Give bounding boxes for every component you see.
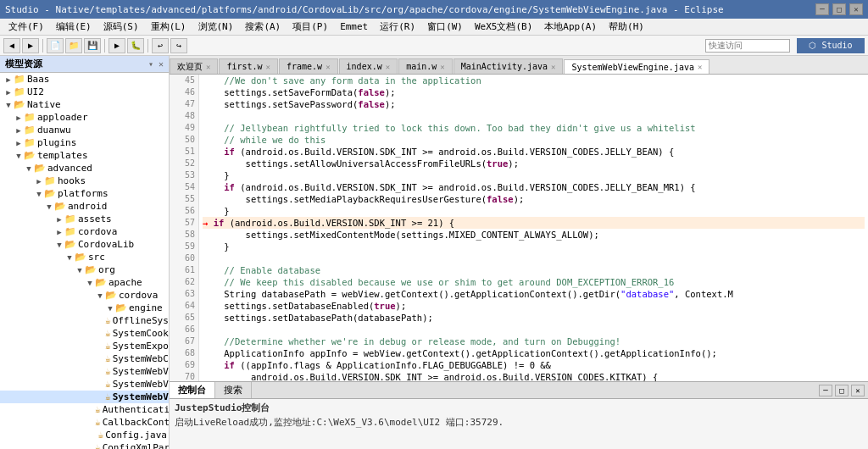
tree-item-icon: 📂 [95, 277, 107, 288]
tree-item-Native[interactable]: ▼📂Native [0, 98, 169, 111]
code-line: } [203, 169, 865, 181]
tree-item-icon: 📁 [24, 137, 36, 148]
left-panel-header: 模型资源 ▾ ✕ [0, 56, 169, 73]
menu-item[interactable]: 编辑(E) [51, 19, 97, 34]
tree-item-templates[interactable]: ▼📂templates [0, 149, 169, 162]
toolbar-btn-1[interactable]: ◀ [3, 38, 20, 53]
tree-item-Baas[interactable]: ▶📁Baas [0, 73, 169, 86]
tree-item-cordova[interactable]: ▼📂cordova [0, 289, 169, 302]
tree-item-ConfigXmlParser_java[interactable]: ☕ConfigXmlParser.java [0, 441, 169, 449]
tree-item-apache[interactable]: ▼📂apache [0, 276, 169, 289]
toolbar-btn-save[interactable]: 💾 [84, 38, 101, 53]
tree-item-SystemWebViewClient_java[interactable]: ☕SystemWebViewClient.java [0, 378, 169, 391]
tree-item-apploader[interactable]: ▶📁apploader [0, 111, 169, 124]
toolbar-btn-open[interactable]: 📁 [65, 38, 82, 53]
editor-tab-index_w[interactable]: index.w✕ [339, 58, 398, 74]
tree-item-SystemWebViewEngine_java[interactable]: ☕SystemWebViewEngine.java [0, 391, 169, 403]
line-number: 63 [173, 288, 195, 300]
menu-item[interactable]: 窗口(W) [422, 19, 468, 34]
editor-tab-SystemWebViewEngine_java[interactable]: SystemWebViewEngine.java✕ [564, 59, 709, 75]
minimize-button[interactable]: ─ [815, 3, 829, 15]
editor-tab-frame_w[interactable]: frame.w✕ [279, 58, 338, 74]
bottom-close[interactable]: ✕ [851, 385, 865, 396]
menu-item[interactable]: 运行(R) [375, 19, 420, 34]
line-number: 58 [173, 229, 195, 241]
search-input[interactable] [705, 39, 790, 53]
menu-item[interactable]: 本地App(A) [539, 19, 602, 34]
menu-item[interactable]: 源码(S) [98, 19, 144, 34]
tab-close-icon[interactable]: ✕ [386, 63, 390, 71]
tree-item-UI2[interactable]: ▶📁UI2 [0, 86, 169, 98]
tree-item-label: SystemExposedJsApi.java [113, 341, 169, 352]
tab-label: main.w [406, 62, 437, 71]
menu-item[interactable]: 搜索(A) [240, 19, 286, 34]
line-number: 69 [173, 359, 195, 371]
tree-item-assets[interactable]: ▶📁assets [0, 213, 169, 225]
tree-item-advanced[interactable]: ▼📂advanced [0, 162, 169, 175]
tree-item-hooks[interactable]: ▶📁hooks [0, 175, 169, 187]
tree-item-label: plugins [37, 137, 76, 148]
tree-toggle-icon: ▼ [24, 164, 34, 173]
tree-item-Config_java[interactable]: ☕Config.java [0, 429, 169, 441]
menu-item[interactable]: 文件(F) [3, 19, 49, 34]
tree-item-src[interactable]: ▼📂src [0, 251, 169, 263]
toolbar-btn-6[interactable]: ↪ [170, 38, 187, 53]
editor-tab-欢迎页[interactable]: 欢迎页✕ [170, 58, 218, 74]
tree-item-SystemExposedJsApi_java[interactable]: ☕SystemExposedJsApi.java [0, 340, 169, 352]
console-log: 启动LiveReload成功,监控地址:C:\WeX5_V3.6\model\U… [175, 416, 863, 429]
editor-tab-first_w[interactable]: first.w✕ [219, 58, 278, 74]
menu-item[interactable]: WeX5文档(B) [470, 19, 537, 34]
menu-item[interactable]: Emmet [335, 20, 373, 33]
tree-item-android[interactable]: ▼📂android [0, 200, 169, 213]
menu-item[interactable]: 浏览(N) [193, 19, 239, 34]
tree-item-AuthenticationToken_java[interactable]: ☕AuthenticationToken.java [0, 403, 169, 416]
maximize-button[interactable]: □ [832, 3, 846, 15]
editor-tab-MainActivity_java[interactable]: MainActivity.java✕ [453, 58, 564, 74]
tree-item-cordova[interactable]: ▶📁cordova [0, 225, 169, 238]
tree-item-SystemCookieManager_java[interactable]: ☕SystemCookieManager.java [0, 327, 169, 340]
tree-item-platforms[interactable]: ▼📂platforms [0, 187, 169, 200]
tree-item-OfflineSystemWebViewClient_java[interactable]: ☕OfflineSystemWebViewClient.java [0, 314, 169, 327]
code-line: //Determine whether we're in debug or re… [203, 335, 865, 347]
tree-toggle-icon: ▼ [75, 266, 85, 274]
toolbar-btn-5[interactable]: ↩ [152, 38, 169, 53]
line-number: 50 [173, 134, 195, 146]
line-number: 54 [173, 181, 195, 193]
bottom-minimize[interactable]: ─ [819, 385, 832, 396]
editor-tab-main_w[interactable]: main.w✕ [398, 58, 453, 74]
tree-item-icon: ☕ [105, 353, 111, 364]
menu-item[interactable]: 帮助(H) [604, 19, 649, 34]
menu-item[interactable]: 项目(P) [287, 19, 333, 34]
tab-close-icon[interactable]: ✕ [551, 63, 555, 71]
close-button[interactable]: ✕ [849, 3, 863, 15]
tab-close-icon[interactable]: ✕ [206, 63, 210, 71]
toolbar-btn-run[interactable]: ▶ [108, 38, 125, 53]
tab-close-icon[interactable]: ✕ [440, 63, 444, 71]
tree-item-CallbackContext_java[interactable]: ☕CallbackContext.java [0, 416, 169, 429]
tree-item-duanwu[interactable]: ▶📁duanwu [0, 124, 169, 136]
left-panel: 模型资源 ▾ ✕ ▶📁Baas▶📁UI2▼📂Native▶📁apploader▶… [0, 56, 170, 449]
tree-item-label: apploader [37, 112, 88, 123]
left-panel-controls[interactable]: ▾ ✕ [148, 59, 164, 69]
menu-item[interactable]: 重构(L) [146, 19, 192, 34]
tree-item-plugins[interactable]: ▶📁plugins [0, 136, 169, 149]
tree-item-org[interactable]: ▼📂org [0, 263, 169, 276]
tree-item-SystemWebView_java[interactable]: ☕SystemWebView.java [0, 365, 169, 378]
toolbar-btn-new[interactable]: 📄 [47, 38, 64, 53]
tree-item-engine[interactable]: ▼📂engine [0, 302, 169, 314]
bottom-maximize[interactable]: □ [835, 385, 849, 396]
tab-close-icon[interactable]: ✕ [326, 63, 330, 71]
tab-close-icon[interactable]: ✕ [698, 63, 702, 71]
tree-item-SystemWebChromeClient_java[interactable]: ☕SystemWebChromeClient.java [0, 352, 169, 365]
bottom-tab-console[interactable]: 控制台 [170, 382, 215, 398]
tree-item-icon: 📁 [14, 74, 25, 85]
code-editor[interactable]: 4546474849505152535455565758596061626364… [170, 75, 868, 381]
toolbar: ◀ ▶ 📄 📁 💾 ▶ 🐛 ↩ ↪ ⬡ Studio [0, 36, 868, 56]
tab-close-icon[interactable]: ✕ [266, 63, 270, 71]
studio-button[interactable]: ⬡ Studio [797, 38, 865, 53]
toolbar-btn-debug[interactable]: 🐛 [127, 38, 144, 53]
toolbar-btn-2[interactable]: ▶ [22, 38, 39, 53]
tree-item-CordovaLib[interactable]: ▼📂CordovaLib [0, 238, 169, 251]
bottom-tab-search[interactable]: 搜索 [215, 382, 252, 398]
code-line: settings.setMediaPlaybackRequiresUserGes… [203, 193, 865, 205]
